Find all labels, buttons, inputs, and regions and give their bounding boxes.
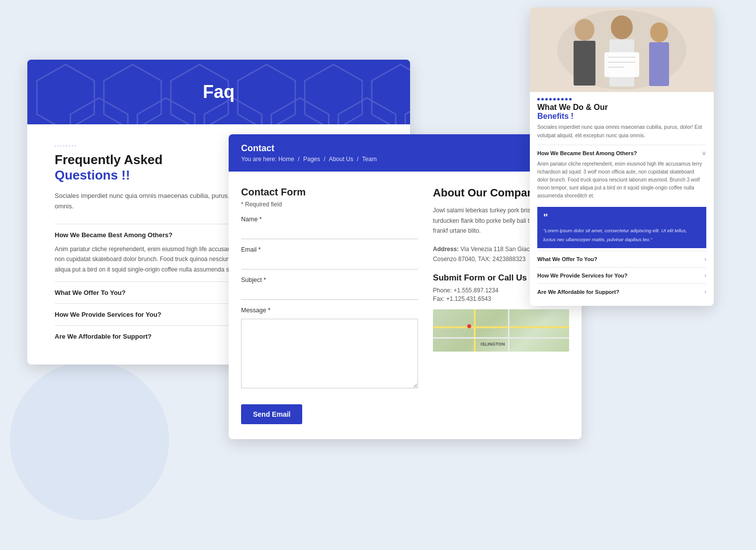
faq-item-title-2: What We Offer To You?: [55, 289, 126, 296]
whatwedo-quote-bar: " "Lorem ipsum dolor sit amet, consectet…: [537, 207, 706, 249]
faq-item-title-3: How We Provide Services for You?: [55, 311, 162, 318]
dot-1: [537, 98, 540, 100]
svg-point-3: [575, 19, 594, 41]
people-illustration: [530, 7, 714, 92]
faq-heading-line1: Frequently Asked: [55, 152, 163, 167]
whatwedo-body: What We Do & Our Benefits ! Sociales imp…: [530, 100, 714, 306]
dot-8: [565, 98, 568, 100]
map-label: ISLINGTON: [481, 342, 505, 347]
subject-input[interactable]: [241, 286, 418, 300]
dot-4: [549, 98, 552, 100]
email-input[interactable]: [241, 256, 418, 270]
name-input[interactable]: [241, 225, 418, 239]
svg-rect-9: [604, 52, 639, 77]
subject-field-group: Subject *: [241, 276, 418, 300]
subject-label: Subject *: [241, 276, 418, 283]
faq-item-title-4: Are We Affordable for Support?: [55, 333, 152, 340]
faq-header: Faq: [27, 60, 410, 124]
breadcrumb-team[interactable]: Team: [362, 156, 377, 163]
whatwedo-item-content-1: Anim pariatur cliche reprehenderit, enim…: [537, 160, 706, 200]
contact-form-section: Contact Form * Required field Name * Ema…: [241, 186, 418, 424]
name-field-group: Name *: [241, 216, 418, 239]
whatwedo-title-line2: Benefits !: [537, 112, 574, 120]
dot-9: [569, 98, 572, 100]
quote-mark-icon: ": [543, 212, 700, 223]
required-field-note: * Required field: [241, 201, 418, 208]
dot-7: [561, 98, 564, 100]
map-placeholder: ISLINGTON: [433, 309, 569, 352]
whatwedo-item-title-4: Are We Affordable for Support?: [537, 289, 619, 295]
whatwedo-item-2[interactable]: What We Offer To You? ›: [537, 251, 706, 267]
whatwedo-item-title-2: What We Offer To You?: [537, 256, 597, 262]
breadcrumb-pages[interactable]: Pages: [303, 156, 320, 163]
whatwedo-item-1[interactable]: How We Became Best Among Others? ∨ Anim …: [537, 145, 706, 204]
svg-point-5: [611, 15, 633, 39]
send-email-button[interactable]: Send Email: [241, 404, 302, 424]
whatwedo-title: What We Do & Our Benefits !: [537, 103, 706, 121]
email-field-group: Email *: [241, 246, 418, 270]
map-road-v: [474, 309, 476, 352]
whatwedo-item-3[interactable]: How We Provide Services for You? ›: [537, 267, 706, 283]
bg-circle-left: [10, 361, 169, 520]
map-road-v2: [508, 309, 509, 352]
whatwedo-item-title-3: How We Provide Services for You?: [537, 273, 628, 278]
whatwedo-item-header-4[interactable]: Are We Affordable for Support? ›: [537, 288, 706, 295]
breadcrumb-aboutus[interactable]: About Us: [329, 156, 353, 163]
whatwedo-dots-row: [530, 92, 714, 100]
whatwedo-item-header-1[interactable]: How We Became Best Among Others? ∨: [537, 150, 706, 157]
whatwedo-item-title-1: How We Became Best Among Others?: [537, 150, 637, 156]
map-location-dot: [467, 324, 471, 328]
breadcrumb-home[interactable]: Home: [278, 156, 294, 163]
faq-item-title-1: How We Became Best Among Others?: [55, 231, 172, 239]
whatwedo-item-header-3[interactable]: How We Provide Services for You? ›: [537, 272, 706, 279]
whatwedo-description: Sociales imperdiet nunc quia omnis maece…: [537, 123, 706, 140]
message-label: Message *: [241, 307, 418, 314]
name-label: Name *: [241, 216, 418, 223]
faq-heading-line2: Questions !!: [55, 168, 130, 183]
map-inner: ISLINGTON: [433, 309, 569, 352]
whatwedo-title-line1: What We Do & Our: [537, 103, 608, 111]
message-field-group: Message *: [241, 307, 418, 390]
dot-3: [545, 98, 548, 100]
chevron-right-icon-whatwedo-2: ›: [704, 256, 706, 263]
svg-point-7: [650, 22, 668, 42]
quote-text: "Lorem ipsum dolor sit amet, consectetur…: [543, 228, 687, 242]
whatwedo-window: What We Do & Our Benefits ! Sociales imp…: [530, 7, 714, 306]
contact-body: Contact Form * Required field Name * Ema…: [229, 172, 582, 439]
chevron-right-icon-whatwedo-3: ›: [704, 272, 706, 279]
email-label: Email *: [241, 246, 418, 253]
dot-2: [541, 98, 544, 100]
whatwedo-image: [530, 7, 714, 92]
svg-rect-8: [649, 42, 669, 86]
chevron-right-icon-whatwedo-4: ›: [704, 288, 706, 295]
chevron-down-icon-whatwedo-1: ∨: [702, 150, 706, 157]
svg-rect-4: [574, 41, 595, 86]
dot-6: [557, 98, 560, 100]
contact-header: Contact You are here: Home / Pages / Abo…: [229, 134, 582, 172]
map-road-h2: [433, 337, 569, 339]
whatwedo-item-header-2[interactable]: What We Offer To You? ›: [537, 256, 706, 263]
map-road-h: [433, 326, 569, 328]
dot-5: [553, 98, 556, 100]
whatwedo-item-4[interactable]: Are We Affordable for Support? ›: [537, 283, 706, 300]
contact-page-title: Contact: [241, 143, 569, 154]
contact-form-title: Contact Form: [241, 186, 418, 198]
faq-window-title: Faq: [203, 82, 235, 102]
breadcrumb: You are here: Home / Pages / About Us / …: [241, 156, 569, 163]
contact-window: Contact You are here: Home / Pages / Abo…: [229, 134, 582, 439]
message-textarea[interactable]: [241, 319, 418, 388]
